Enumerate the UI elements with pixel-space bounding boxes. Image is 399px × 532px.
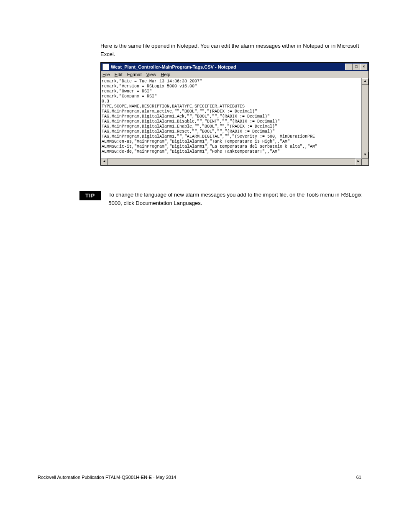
scroll-up-icon[interactable]: ▲: [362, 78, 368, 85]
tip-badge: TIP: [79, 191, 101, 200]
notepad-icon: [102, 64, 109, 70]
close-button[interactable]: ×: [360, 64, 368, 70]
tip-text: To change the language of new alarm mess…: [108, 191, 366, 207]
menu-edit[interactable]: Edit: [115, 72, 123, 77]
scroll-down-icon[interactable]: ▼: [362, 152, 368, 159]
scroll-left-icon[interactable]: ◄: [101, 159, 107, 165]
scroll-right-icon[interactable]: ►: [355, 159, 362, 165]
footer-publication: Rockwell Automation Publication FTALM-QS…: [38, 475, 176, 480]
minimize-button[interactable]: _: [345, 64, 353, 70]
horizontal-scrollbar[interactable]: ◄ ►: [101, 158, 362, 165]
footer-page-number: 61: [356, 475, 361, 480]
maximize-button[interactable]: □: [353, 64, 360, 70]
menu-format[interactable]: Format: [127, 72, 142, 77]
vertical-scrollbar[interactable]: ▲ ▼: [361, 78, 368, 159]
menu-help[interactable]: Help: [161, 72, 170, 77]
titlebar[interactable]: West_Plant_Controller-MainProgram-Tags.C…: [101, 63, 368, 71]
resize-grip-icon[interactable]: [362, 159, 368, 165]
menu-file[interactable]: File: [102, 72, 110, 77]
intro-text: Here is the same file opened in Notepad.…: [100, 42, 366, 58]
menu-view[interactable]: View: [146, 72, 156, 77]
notepad-window: West_Plant_Controller-MainProgram-Tags.C…: [100, 62, 369, 166]
window-title: West_Plant_Controller-MainProgram-Tags.C…: [111, 64, 345, 69]
menubar: File Edit Format View Help: [101, 71, 368, 78]
text-content[interactable]: remark,"Date = Tue Mar 13 14:36:38 2007"…: [101, 78, 362, 159]
